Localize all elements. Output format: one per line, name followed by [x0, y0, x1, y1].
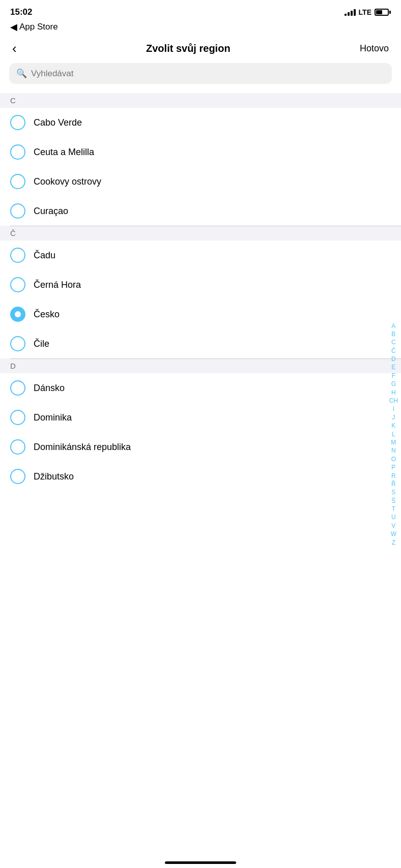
item-label: Dominika — [34, 412, 391, 423]
alpha-letter-Ř[interactable]: Ř — [390, 481, 397, 488]
list-item[interactable]: Čadu — [0, 241, 401, 270]
radio-unselected-icon — [10, 203, 25, 219]
alpha-letter-CH[interactable]: CH — [388, 397, 399, 404]
item-label: Cabo Verde — [34, 117, 391, 128]
alpha-letter-F[interactable]: F — [391, 372, 396, 379]
back-chevron-icon: ◀ — [10, 21, 17, 33]
list-item[interactable]: Ceuta a Melilla — [0, 137, 401, 167]
status-time: 15:02 — [10, 7, 32, 17]
alpha-letter-V[interactable]: V — [390, 522, 396, 529]
radio-unselected-icon — [10, 336, 25, 351]
signal-bars-icon — [345, 9, 356, 16]
alpha-letter-O[interactable]: O — [390, 455, 397, 462]
alpha-letter-H[interactable]: H — [390, 388, 397, 396]
alpha-letter-C[interactable]: C — [390, 339, 397, 346]
alpha-letter-Z[interactable]: Z — [391, 538, 396, 546]
alpha-letter-B[interactable]: B — [390, 331, 396, 338]
home-indicator — [165, 861, 236, 864]
list-item[interactable]: Curaçao — [0, 196, 401, 226]
nav-back-button[interactable]: ‹ — [12, 42, 17, 55]
item-label: Čadu — [34, 250, 391, 261]
app-store-back-button[interactable]: ◀ App Store — [10, 21, 391, 33]
status-icons: LTE — [345, 8, 391, 16]
radio-unselected-icon — [10, 380, 25, 396]
lte-label: LTE — [359, 8, 371, 16]
list-item[interactable]: Čile — [0, 329, 401, 358]
search-bar[interactable]: 🔍 — [9, 63, 392, 84]
list-item[interactable]: Džibutsko — [0, 462, 401, 491]
alpha-letter-M[interactable]: M — [390, 439, 397, 446]
done-button[interactable]: Hotovo — [360, 43, 389, 54]
item-label: Cookovy ostrovy — [34, 176, 391, 187]
alpha-letter-Č[interactable]: Č — [390, 347, 397, 354]
alphabet-index: ABCČDEFGHCHIJKLMNOPRŘSŠTUVWZ — [388, 322, 399, 546]
search-icon: 🔍 — [16, 68, 27, 79]
app-store-back: ◀ App Store — [0, 20, 401, 36]
alpha-letter-K[interactable]: K — [390, 422, 396, 429]
item-label: Džibutsko — [34, 471, 391, 482]
list-item[interactable]: Dominika — [0, 403, 401, 432]
radio-unselected-icon — [10, 174, 25, 189]
alpha-letter-P[interactable]: P — [390, 464, 396, 471]
item-label: Čile — [34, 339, 391, 349]
section-header-Č: Č — [0, 226, 401, 241]
app-store-label: App Store — [19, 22, 58, 32]
battery-icon — [375, 9, 391, 16]
list-container: CCabo VerdeCeuta a MelillaCookovy ostrov… — [0, 93, 401, 491]
alpha-letter-U[interactable]: U — [390, 514, 397, 521]
alpha-letter-N[interactable]: N — [390, 447, 397, 454]
alpha-letter-R[interactable]: R — [390, 472, 397, 479]
list-item[interactable]: Česko — [0, 300, 401, 329]
list-item[interactable]: Cabo Verde — [0, 108, 401, 137]
list-item[interactable]: Černá Hora — [0, 270, 401, 300]
alpha-letter-G[interactable]: G — [390, 380, 397, 387]
alpha-letter-Š[interactable]: Š — [390, 497, 396, 504]
radio-unselected-icon — [10, 144, 25, 160]
list-item[interactable]: Dominikánská republika — [0, 432, 401, 462]
list-item[interactable]: Cookovy ostrovy — [0, 167, 401, 196]
radio-unselected-icon — [10, 115, 25, 130]
page-title: Zvolit svůj region — [146, 43, 231, 54]
item-label: Dominikánská republika — [34, 442, 391, 453]
alpha-letter-E[interactable]: E — [390, 364, 396, 371]
item-label: Ceuta a Melilla — [34, 147, 391, 158]
nav-bar: ‹ Zvolit svůj region Hotovo — [0, 36, 401, 63]
search-input[interactable] — [31, 69, 385, 79]
item-label: Curaçao — [34, 206, 391, 217]
radio-unselected-icon — [10, 277, 25, 292]
status-bar: 15:02 LTE — [0, 0, 401, 20]
alpha-letter-S[interactable]: S — [390, 489, 396, 496]
item-label: Dánsko — [34, 383, 391, 394]
alpha-letter-A[interactable]: A — [390, 322, 396, 329]
radio-unselected-icon — [10, 410, 25, 425]
alpha-letter-D[interactable]: D — [390, 355, 397, 363]
search-container: 🔍 — [0, 63, 401, 93]
alpha-letter-I[interactable]: I — [392, 405, 395, 412]
alpha-letter-J[interactable]: J — [391, 414, 396, 421]
item-label: Česko — [34, 309, 391, 320]
radio-unselected-icon — [10, 439, 25, 455]
list-item[interactable]: Dánsko — [0, 373, 401, 403]
alpha-letter-L[interactable]: L — [391, 430, 396, 437]
radio-unselected-icon — [10, 248, 25, 263]
alpha-letter-T[interactable]: T — [391, 505, 396, 513]
section-header-C: C — [0, 93, 401, 108]
radio-unselected-icon — [10, 469, 25, 484]
item-label: Černá Hora — [34, 280, 391, 290]
section-header-D: D — [0, 358, 401, 373]
alpha-letter-W[interactable]: W — [390, 530, 397, 537]
radio-selected-icon — [10, 307, 25, 322]
